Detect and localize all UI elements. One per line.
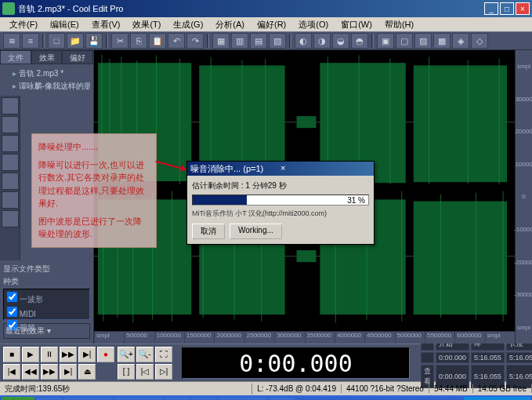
skip-end-button[interactable]: ▶| [60, 364, 77, 380]
tool-save[interactable]: 💾 [85, 33, 103, 49]
play-button[interactable]: ▶ [22, 347, 39, 362]
skip-start-button[interactable]: |◀ [3, 364, 20, 380]
status-disk: 14.05 GB free [473, 384, 532, 393]
filter-midi[interactable]: MIDI [5, 306, 88, 319]
menu-analyze[interactable]: 分析(A) [209, 17, 251, 32]
record-button[interactable]: ● [97, 347, 114, 362]
tab-effects[interactable]: 效果 [31, 50, 63, 64]
play-loop-button[interactable]: ▶▶ [60, 347, 77, 362]
zoom-left-button[interactable]: |◁ [136, 364, 154, 380]
stop-button[interactable]: ■ [3, 347, 20, 362]
menu-help[interactable]: 帮助(H) [378, 17, 420, 32]
progress-percent: 31 % [347, 195, 365, 206]
dialog-title: 噪音消除中... (p=1) [190, 163, 280, 174]
tool-n[interactable]: ◇ [471, 33, 488, 49]
zoom-right-button[interactable]: ▷| [155, 364, 172, 380]
zoom-full-button[interactable]: ⛶ [155, 347, 172, 362]
status-size: 54.44 MB [429, 384, 473, 393]
zoom-in-button[interactable]: 🔍+ [118, 347, 135, 362]
status-completion: 完成时间:139.65秒 [0, 384, 252, 395]
tool-a[interactable]: ▦ [212, 33, 230, 49]
tool-e[interactable]: ◐ [295, 33, 312, 49]
ffwd-button[interactable]: ▶▶ [41, 364, 58, 380]
side-tool-4[interactable] [2, 154, 19, 171]
tool-undo[interactable]: ↶ [168, 33, 185, 49]
app-icon [2, 2, 15, 15]
tool-c[interactable]: ▤ [250, 33, 267, 49]
system-tray[interactable]: 3:25 [464, 397, 530, 400]
tool-multitrack[interactable]: ≡ [22, 33, 39, 49]
close-button[interactable]: × [516, 2, 530, 15]
play-to-end-button[interactable]: ▶| [78, 347, 96, 362]
recent-effects-dropdown[interactable]: 最近的效果 ▾ [3, 323, 90, 339]
eject-button[interactable]: ⏏ [78, 364, 96, 380]
svg-rect-28 [414, 201, 507, 314]
filter-wave[interactable]: 一波形 [5, 291, 88, 306]
menu-view[interactable]: 查看(V) [85, 17, 127, 32]
side-tool-3[interactable] [2, 135, 19, 152]
zoom-out-button[interactable]: 🔍- [136, 347, 154, 362]
transport-bar: ■ ▶ ⏸ ▶▶ ▶| ● |◀ ◀◀ ▶▶ ▶| ⏏ 🔍+ 🔍- ⛶ [ ] … [0, 344, 532, 381]
annotation-title: 降噪处理中....... [38, 140, 150, 154]
filter-wave-check[interactable] [7, 292, 17, 302]
est-value: 1 分钟29 秒 [245, 181, 286, 190]
tool-h[interactable]: ◓ [351, 33, 368, 49]
tool-l[interactable]: ▩ [433, 33, 451, 49]
menu-edit[interactable]: 编辑(E) [44, 17, 85, 32]
menubar: 文件(F) 编辑(E) 查看(V) 效果(T) 生成(G) 分析(A) 偏好(R… [0, 17, 532, 31]
side-tool-7[interactable] [2, 210, 19, 227]
tool-f[interactable]: ◑ [313, 33, 331, 49]
maximize-button[interactable]: □ [500, 2, 514, 15]
tab-files[interactable]: 文件 [0, 50, 31, 64]
tool-k[interactable]: ▨ [414, 33, 432, 49]
window-title: 音轨 2.mp3* - Cool Edit Pro [18, 3, 484, 15]
filter-midi-check[interactable] [7, 307, 17, 317]
menu-favorites[interactable]: 偏好(R) [251, 17, 292, 32]
tool-paste[interactable]: 📋 [149, 33, 166, 49]
side-tool-2[interactable] [2, 116, 19, 133]
menu-file[interactable]: 文件(F) [3, 17, 44, 32]
tool-open[interactable]: 📁 [67, 33, 84, 49]
minimize-button[interactable]: _ [484, 2, 498, 15]
tool-m[interactable]: ◈ [452, 33, 469, 49]
side-tool-6[interactable] [2, 191, 19, 209]
tool-waveform[interactable]: ≋ [3, 33, 20, 49]
svg-rect-6 [414, 65, 507, 182]
tree-item[interactable]: 音轨 2.mp3 * [3, 67, 90, 80]
side-tool-5[interactable] [2, 173, 19, 190]
rewind-button[interactable]: ◀◀ [22, 364, 39, 380]
tool-g[interactable]: ◒ [332, 33, 349, 49]
tool-d[interactable]: ▧ [269, 33, 286, 49]
tool-cut[interactable]: ✂ [111, 33, 128, 49]
tool-redo[interactable]: ↷ [186, 33, 204, 49]
status-format: 44100 ?16-bit ?Stereo [342, 384, 429, 393]
menu-window[interactable]: 窗口(W) [335, 17, 378, 32]
tool-new[interactable]: □ [48, 33, 65, 49]
tool-copy[interactable]: ⎘ [130, 33, 147, 49]
menu-options[interactable]: 选项(O) [292, 17, 335, 32]
working-status: Working... [230, 224, 282, 239]
dialog-titlebar[interactable]: 噪音消除中... (p=1) × [187, 162, 374, 176]
dialog-close-icon[interactable]: × [280, 163, 371, 174]
est-label: 估计剩余时间 : [192, 181, 244, 190]
start-button[interactable]: 开始 [2, 397, 34, 400]
menu-generate[interactable]: 生成(G) [167, 17, 209, 32]
side-tool-1[interactable] [2, 97, 19, 115]
toolbar: ≋ ≡ □ 📁 💾 ✂ ⎘ 📋 ↶ ↷ ▦ ▥ ▤ ▧ ◐ ◑ ◒ ◓ ▣ ▢ … [0, 31, 532, 50]
tree-item[interactable]: 谭咏麟-像我这样的朋 [3, 80, 90, 93]
pause-button[interactable]: ⏸ [41, 347, 58, 362]
svg-rect-26 [297, 250, 317, 262]
menu-effects[interactable]: 效果(T) [126, 17, 167, 32]
tool-j[interactable]: ▢ [396, 33, 413, 49]
tool-i[interactable]: ▣ [377, 33, 394, 49]
status-level: L: -73.4dB @ 0:04.419 [252, 384, 342, 393]
zoom-sel-button[interactable]: [ ] [118, 364, 135, 380]
sidebar-tools [0, 96, 20, 260]
cancel-button[interactable]: 取消 [192, 224, 225, 239]
amplitude-ruler: smpl3000020000100000-10000-20000-30000sm… [515, 50, 532, 344]
tab-favorites[interactable]: 偏好 [62, 50, 93, 64]
time-ruler[interactable]: smpl500000100000015000002000000250000030… [94, 331, 515, 344]
windows-taskbar: 开始 01sb... 无标... 音轨... 3:25 [0, 395, 532, 400]
annotation-p1: 降噪可以进行一次,也可以进行数次.其它各类对录声的处理过程都是这样,只要处理效果… [38, 158, 150, 210]
tool-b[interactable]: ▥ [231, 33, 248, 49]
